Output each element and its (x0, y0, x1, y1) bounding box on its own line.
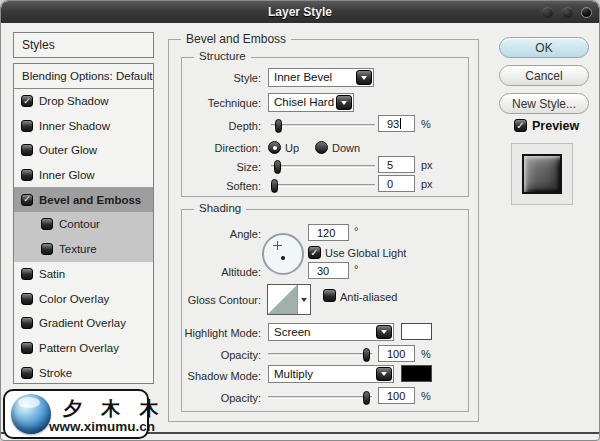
technique-select[interactable]: Chisel Hard (268, 93, 354, 112)
styles-list-item[interactable]: Color Overlay (14, 286, 153, 311)
styles-list-item-label: Gradient Overlay (39, 317, 126, 329)
titlebar[interactable]: Layer Style (1, 1, 599, 23)
shadow-opacity-slider[interactable] (268, 396, 372, 399)
maximize-button[interactable] (562, 7, 573, 18)
style-checkbox[interactable]: ✓ (21, 194, 33, 206)
shadow-color-swatch[interactable] (401, 365, 432, 382)
style-checkbox[interactable] (41, 218, 53, 230)
minimize-button[interactable] (542, 7, 553, 18)
dial-center-dot (281, 256, 285, 260)
styles-list-item-label: Drop Shadow (39, 95, 109, 107)
style-checkbox[interactable] (21, 317, 33, 329)
highlight-mode-select[interactable]: Screen (268, 323, 394, 341)
anti-aliased-checkbox[interactable] (323, 289, 336, 302)
cancel-button[interactable]: Cancel (499, 65, 589, 86)
styles-list-item-label: Outer Glow (39, 144, 97, 156)
styles-header-label: Styles (22, 38, 55, 52)
direction-up-label: Up (285, 142, 299, 154)
angle-input[interactable]: 120 (308, 224, 349, 241)
styles-list-item-label: Satin (39, 268, 65, 280)
bevel-preview-square (522, 154, 562, 194)
shading-group-title: Shading (194, 202, 246, 214)
highlight-mode-dropdown-button[interactable] (376, 325, 392, 339)
preview-thumbnail (511, 143, 573, 205)
styles-list-item-label: Color Overlay (39, 293, 109, 305)
close-button[interactable] (581, 7, 592, 18)
highlight-mode-value: Screen (269, 324, 393, 341)
style-checkbox[interactable] (21, 268, 33, 280)
highlight-color-swatch[interactable] (401, 323, 432, 340)
styles-list-item[interactable]: Outer Glow (14, 138, 153, 163)
style-dropdown-button[interactable] (356, 70, 372, 85)
preview-checkbox[interactable]: ✓ (514, 119, 527, 132)
styles-list-item[interactable]: Contour (14, 212, 153, 237)
highlight-opacity-input[interactable]: 100 (378, 345, 415, 362)
technique-label: Technique: (161, 97, 261, 109)
styles-list-item-label: Inner Shadow (39, 120, 110, 132)
anti-aliased-label: Anti-aliased (340, 291, 397, 303)
text-cursor (400, 118, 401, 129)
angle-unit: ° (354, 225, 358, 237)
shadow-opacity-slider-thumb[interactable] (363, 391, 370, 405)
gloss-contour-picker[interactable] (267, 284, 311, 315)
depth-slider[interactable] (271, 124, 375, 127)
highlight-mode-label: Highlight Mode: (161, 327, 261, 339)
styles-list-item[interactable]: Blending Options: Default (14, 64, 153, 89)
depth-input[interactable]: 93 (378, 115, 415, 132)
style-checkbox[interactable] (21, 144, 33, 156)
technique-dropdown-button[interactable] (336, 95, 352, 110)
style-checkbox[interactable] (21, 293, 33, 305)
styles-list-item[interactable]: Texture (14, 237, 153, 262)
size-label: Size: (161, 161, 261, 173)
size-slider-thumb[interactable] (274, 160, 281, 174)
style-select[interactable]: Inner Bevel (268, 68, 374, 87)
shadow-mode-dropdown-button[interactable] (376, 367, 392, 381)
preview-label: Preview (532, 119, 579, 133)
styles-list-item[interactable]: ✓Drop Shadow (14, 89, 153, 114)
style-checkbox[interactable] (21, 342, 33, 354)
direction-down-radio[interactable] (315, 141, 328, 154)
style-checkbox[interactable] (21, 120, 33, 132)
angle-dial[interactable] (262, 233, 304, 275)
style-checkbox[interactable]: ✓ (21, 95, 33, 107)
soften-slider[interactable] (271, 184, 375, 187)
style-checkbox[interactable] (21, 367, 33, 379)
styles-list-item-label: Inner Glow (39, 169, 95, 181)
altitude-label: Altitude: (161, 266, 261, 278)
check-icon: ✓ (310, 248, 318, 258)
chevron-down-icon (301, 298, 307, 302)
window-title: Layer Style (268, 5, 332, 19)
styles-list-item[interactable]: Stroke (14, 360, 153, 384)
styles-list-item[interactable]: Gradient Overlay (14, 311, 153, 336)
styles-list-item[interactable]: ✓Bevel and Emboss (14, 187, 153, 212)
shadow-mode-select[interactable]: Multiply (268, 365, 394, 383)
ok-button[interactable]: OK (499, 37, 589, 58)
styles-list-item-label: Texture (59, 243, 97, 255)
depth-slider-thumb[interactable] (275, 119, 282, 133)
direction-down-label: Down (332, 142, 360, 154)
size-input[interactable]: 5 (378, 156, 415, 173)
soften-input[interactable]: 0 (378, 175, 415, 192)
shadow-opacity-label: Opacity: (161, 392, 261, 404)
style-checkbox[interactable] (21, 169, 33, 181)
use-global-light-checkbox[interactable]: ✓ (308, 246, 321, 259)
new-style-button[interactable]: New Style... (499, 93, 589, 114)
gloss-contour-dropdown-button[interactable] (297, 285, 310, 314)
styles-list-item[interactable]: Pattern Overlay (14, 336, 153, 361)
direction-up-radio[interactable] (268, 141, 281, 154)
styles-list-item[interactable]: Inner Glow (14, 163, 153, 188)
soften-slider-thumb[interactable] (271, 179, 278, 193)
panel-title: Bevel and Emboss (181, 32, 291, 46)
chevron-down-icon (381, 372, 387, 376)
size-slider[interactable] (271, 165, 375, 168)
soften-label: Soften: (161, 180, 261, 192)
style-checkbox[interactable] (41, 243, 53, 255)
highlight-opacity-slider-thumb[interactable] (363, 348, 370, 362)
altitude-input[interactable]: 30 (308, 262, 349, 279)
highlight-opacity-slider[interactable] (268, 353, 372, 356)
styles-list-item[interactable]: Satin (14, 262, 153, 287)
styles-list-item[interactable]: Inner Shadow (14, 113, 153, 138)
chevron-down-icon (361, 76, 367, 80)
shadow-opacity-input[interactable]: 100 (378, 387, 415, 404)
chevron-down-icon (341, 101, 347, 105)
